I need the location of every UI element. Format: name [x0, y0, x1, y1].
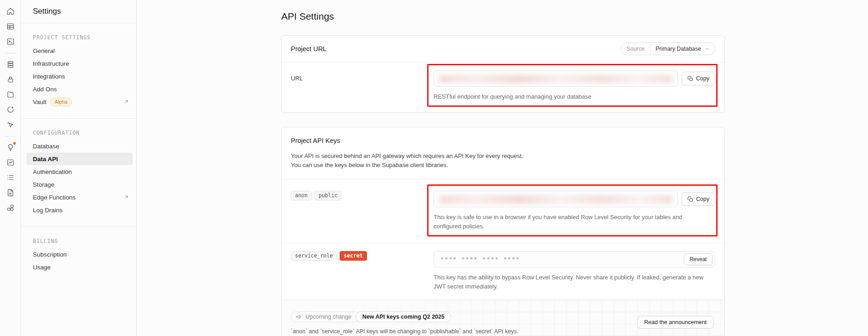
chevron-down-icon — [704, 46, 710, 52]
section-label: BILLING — [21, 238, 136, 248]
project-url-field[interactable] — [434, 70, 678, 87]
sidebar-item-general[interactable]: General — [26, 44, 133, 57]
anon-badge: anon — [291, 191, 312, 200]
project-url-card-header: Project URL Source Primary Database — [282, 36, 724, 63]
storage-icon[interactable] — [4, 88, 17, 101]
sidebar-item-usage[interactable]: Usage — [26, 261, 133, 273]
service-role-key-field[interactable]: **** **** **** **** Reveal — [434, 251, 715, 268]
realtime-icon[interactable] — [4, 118, 17, 131]
sidebar-item-subscription[interactable]: Subscription — [26, 248, 133, 261]
copy-anon-key-button[interactable]: Copy — [682, 192, 715, 206]
sidebar-item-label: Add Ons — [33, 86, 57, 93]
megaphone-icon — [296, 314, 302, 320]
section-label: CONFIGURATION — [21, 130, 136, 140]
copy-icon — [687, 196, 693, 202]
sidebar-item-infrastructure[interactable]: Infrastructure — [26, 57, 133, 70]
sidebar-item-data-api[interactable]: Data API — [26, 152, 133, 165]
service-role-key-row: service_role secret **** **** **** **** … — [282, 243, 724, 299]
external-link-icon — [124, 99, 129, 105]
sidebar-item-add-ons[interactable]: Add Ons — [26, 83, 133, 95]
card-title: Project API Keys — [291, 137, 340, 144]
rail-divider — [5, 136, 16, 136]
sidebar-item-label: Database — [33, 143, 59, 150]
api-docs-icon[interactable] — [4, 186, 17, 200]
service-key-description: This key has the ability to bypass Row L… — [434, 273, 707, 291]
anon-key-control: Copy This key is safe to use in a browse… — [434, 191, 715, 231]
redacted-url-blur — [439, 75, 672, 83]
source-label: Source — [621, 43, 651, 55]
sidebar-item-label: Infrastructure — [33, 60, 69, 67]
sidebar-item-integrations[interactable]: Integrations — [26, 70, 133, 83]
sidebar-item-label: Subscription — [33, 251, 67, 258]
sidebar-item-storage[interactable]: Storage — [26, 178, 133, 191]
sidebar-header: Settings — [21, 0, 136, 23]
advisors-icon[interactable] — [4, 141, 17, 154]
upcoming-change-tags: Upcoming change New API keys coming Q2 2… — [291, 311, 451, 322]
project-url-card: Project URL Source Primary Database URL — [281, 35, 725, 113]
page-title: API Settings — [281, 0, 725, 22]
anon-key-field[interactable] — [434, 191, 678, 207]
copy-button-label: Copy — [696, 196, 709, 202]
sql-editor-icon[interactable] — [4, 35, 17, 48]
rail-divider — [5, 53, 16, 53]
sidebar-item-log-drains[interactable]: Log Drains — [26, 204, 133, 216]
redacted-key-blur — [439, 195, 672, 204]
sidebar-item-vault[interactable]: Vault Alpha — [26, 95, 133, 108]
advisor-notification-dot — [13, 142, 16, 145]
settings-sidebar: Settings PROJECT SETTINGS General Infras… — [21, 0, 137, 336]
api-keys-card-header: Project API Keys Your API is secured beh… — [282, 127, 724, 179]
table-editor-icon[interactable] — [4, 20, 17, 33]
section-label: PROJECT SETTINGS — [21, 34, 136, 44]
service-role-badge: service_role — [291, 251, 337, 261]
secret-badge: secret — [340, 251, 367, 261]
url-description: RESTful endpoint for querying and managi… — [434, 92, 707, 101]
reports-icon[interactable] — [4, 156, 17, 169]
sidebar-item-label: General — [33, 47, 55, 54]
logs-icon[interactable] — [4, 171, 17, 184]
app-icon-rail — [0, 0, 21, 336]
url-row-control: Copy RESTful endpoint for querying and m… — [434, 70, 715, 101]
sidebar-item-label: Authentication — [33, 168, 72, 175]
project-url-card-body: URL Copy RESTful endpoint for querying a… — [282, 63, 724, 112]
sidebar-item-label: Storage — [33, 181, 54, 188]
edge-functions-icon[interactable] — [4, 103, 17, 116]
anon-key-row: anon public Copy This key is safe to use… — [282, 179, 724, 243]
service-key-control: **** **** **** **** Reveal This key has … — [434, 251, 715, 291]
sidebar-item-label: Edge Functions — [33, 194, 76, 201]
section-project-settings: PROJECT SETTINGS General Infrastructure … — [21, 23, 136, 108]
public-badge: public — [315, 191, 342, 200]
integrations-icon[interactable] — [4, 201, 17, 215]
sidebar-item-authentication[interactable]: Authentication — [26, 165, 133, 178]
project-api-keys-card: Project API Keys Your API is secured beh… — [281, 127, 725, 336]
section-configuration: CONFIGURATION Database Data API Authenti… — [21, 118, 136, 216]
new-api-keys-tag: New API keys coming Q2 2025 — [356, 311, 451, 322]
main-content: API Settings Project URL Source Primary … — [281, 0, 725, 336]
database-icon[interactable] — [4, 58, 17, 71]
url-row-label: URL — [291, 70, 434, 101]
sidebar-item-edge-functions[interactable]: Edge Functions — [26, 191, 133, 204]
upcoming-change-footer: Upcoming change New API keys coming Q2 2… — [282, 299, 724, 336]
upcoming-change-description: `anon` and `service_role` API keys will … — [291, 328, 715, 335]
section-billing: BILLING Subscription Usage — [21, 226, 136, 273]
source-database-select[interactable]: Source Primary Database — [620, 42, 715, 55]
sidebar-title: Settings — [33, 7, 61, 16]
sidebar-item-label: Data API — [33, 156, 58, 163]
upcoming-change-tag: Upcoming change — [291, 311, 359, 322]
sidebar-item-label: Usage — [33, 264, 51, 271]
anon-key-description: This key is safe to use in a browser if … — [434, 213, 707, 231]
reveal-button[interactable]: Reveal — [684, 253, 713, 265]
copy-icon — [687, 76, 693, 82]
source-value: Primary Database — [656, 46, 701, 52]
copy-button-label: Copy — [696, 75, 709, 82]
authentication-icon[interactable] — [4, 73, 17, 86]
read-announcement-button[interactable]: Read the announcement — [637, 316, 713, 329]
sidebar-item-label: Log Drains — [33, 207, 62, 214]
home-icon[interactable] — [4, 5, 17, 18]
external-link-icon — [124, 194, 129, 200]
copy-url-button[interactable]: Copy — [682, 72, 715, 85]
sidebar-item-database[interactable]: Database — [26, 140, 133, 152]
alpha-badge: Alpha — [50, 98, 72, 106]
card-title: Project URL — [291, 45, 326, 52]
sidebar-item-label: Integrations — [33, 73, 65, 80]
masked-key-value: **** **** **** **** — [440, 256, 520, 262]
